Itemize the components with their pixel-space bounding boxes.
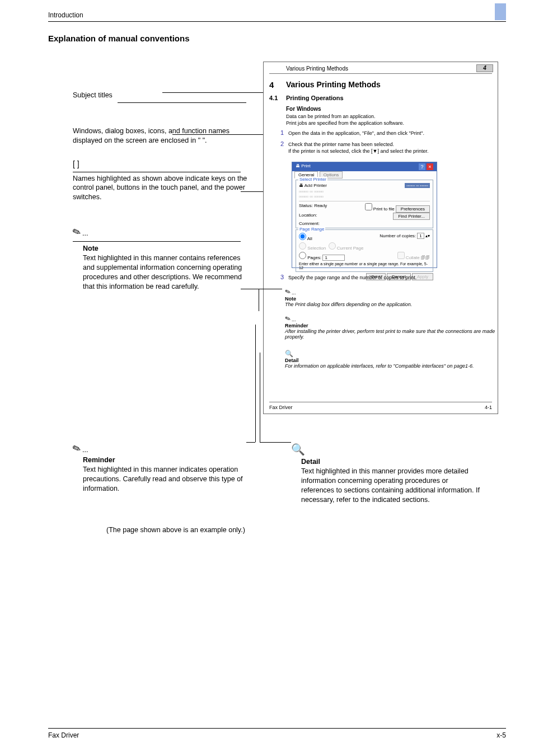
step2-text: Check that the printer name has been sel… — [288, 142, 394, 147]
rule — [269, 73, 492, 74]
header-chapter: Introduction — [48, 11, 83, 19]
leader — [260, 442, 291, 443]
printer-placeholder: ▫▫▫▫▫▫ ▫▫ ▫▫▫▫▫▫ — [299, 189, 430, 194]
printer-placeholder: ▫▫▫▫▫▫ ▫▫ ▫▫▫▫▫▫ — [299, 194, 430, 199]
leader — [172, 134, 263, 135]
radio-all[interactable] — [299, 233, 306, 240]
callout-windows-text: Windows, dialog boxes, icons, and functi… — [73, 126, 252, 145]
leader — [246, 442, 255, 443]
example-note: (The page shown above is an example only… — [106, 526, 245, 534]
step3-text: Specify the page range and the number of… — [288, 275, 416, 280]
section-title: Explanation of manual conventions — [48, 34, 190, 43]
reminder-title: Reminder — [83, 456, 257, 465]
footer-left: Fax Driver — [48, 731, 79, 739]
sec-number: 4.1 — [269, 95, 278, 101]
ncopies-label: Number of copies: — [380, 233, 416, 238]
selection-label: Selection — [307, 246, 326, 251]
ellipsis: ... — [82, 446, 88, 454]
pencil-icon: ✎ — [284, 288, 292, 297]
callout-note: ✎... Note Text highlighted in this manne… — [73, 226, 252, 292]
leader-line — [73, 241, 241, 242]
footer-page: x-5 — [496, 731, 506, 739]
ellipsis: ... — [292, 290, 296, 295]
pencil-icon: ✎ — [71, 224, 83, 240]
print-dialog: 🖶 Print ?× General Options Select Printe… — [292, 162, 437, 268]
radio-current — [329, 242, 336, 250]
callout-windows: Windows, dialog boxes, icons, and functi… — [73, 126, 252, 145]
pages-hint: Enter either a single page number or a s… — [299, 262, 430, 270]
reminder-body: Text highlighted in this manner indicate… — [83, 465, 257, 494]
dialog-title: Print — [301, 163, 310, 168]
step2-text2: If the printer is not selected, click th… — [288, 148, 429, 154]
copies-field[interactable]: 1 — [417, 233, 424, 239]
panel-reminder-title: Reminder — [285, 323, 308, 328]
pages-label: Pages: — [307, 255, 321, 260]
leader — [241, 191, 263, 192]
callout-reminder: ✎... Reminder Text highlighted in this m… — [73, 442, 257, 494]
callout-subject-text: Subject titles — [73, 91, 113, 99]
status-value: Ready — [314, 203, 327, 208]
panel-note: ✎... Note The Print dialog box differs d… — [285, 288, 412, 307]
pencil-icon: ✎ — [284, 314, 292, 324]
ptf-label: Print to file — [373, 206, 395, 212]
step1-num: 1 — [280, 129, 284, 136]
line2: Print jobs are specified from the applic… — [286, 120, 404, 126]
top-rule: Introduction — [48, 11, 506, 22]
all-label: All — [307, 236, 312, 241]
current-label: Current Page — [337, 246, 364, 251]
ellipsis: ... — [292, 317, 296, 322]
callout-detail: 🔍 Detail Text highlighted in this manner… — [291, 442, 481, 504]
page-footer: Fax Driver x-5 — [48, 728, 506, 739]
sample-page: Various Printing Methods 4 4 Various Pri… — [263, 62, 498, 414]
location-label: Location: — [299, 213, 317, 220]
selected-printer[interactable]: ▫▫▫▫▫▫ ▫▫ ▫▫▫▫▫▫ — [405, 183, 430, 188]
panel-reminder: ✎... Reminder After installing the print… — [285, 315, 498, 340]
detail-body: Text highlighted in this manner provides… — [301, 467, 481, 505]
add-printer[interactable]: Add Printer — [305, 183, 327, 188]
note-body: Text highlighted in this manner contains… — [73, 253, 252, 292]
leader-line — [118, 102, 246, 103]
callout-brackets: [ ] Names highlighted as shown above ind… — [73, 159, 252, 203]
leader — [241, 289, 282, 289]
print-to-file-checkbox[interactable] — [365, 203, 372, 210]
panel-footer-right: 4-1 — [485, 405, 492, 410]
group-label: Select Printer — [298, 177, 327, 182]
printer-glyph-icon: 🖶 — [296, 163, 300, 168]
sample-header: Various Printing Methods — [286, 65, 348, 72]
leader-line — [73, 172, 241, 172]
left-callouts: Subject titles Windows, dialog boxes, ic… — [73, 62, 252, 305]
group-select-printer: Select Printer 🖶 Add Printer ▫▫▫▫▫▫ ▫▫ ▫… — [296, 180, 433, 228]
step1-text: Open the data in the application, "File"… — [288, 130, 424, 136]
comment-label: Comment: — [299, 221, 320, 226]
chap-number: 4 — [269, 80, 274, 90]
dialog-titlebar: 🖶 Print ?× — [292, 162, 437, 171]
step2-num: 2 — [280, 140, 284, 147]
help-icon[interactable]: ? — [419, 163, 425, 170]
collate-checkbox — [397, 252, 405, 259]
collate-label: Collate — [406, 255, 420, 260]
find-printer-button[interactable]: Find Printer... — [393, 213, 430, 220]
preferences-button[interactable]: Preferences — [396, 205, 430, 213]
panel-note-body: The Print dialog box differs depending o… — [285, 302, 412, 307]
chap-title: Various Printing Methods — [286, 80, 381, 89]
status-label: Status: — [299, 203, 313, 208]
pages-field[interactable]: 1 — [322, 255, 345, 261]
leader — [260, 353, 260, 442]
note-title: Note — [73, 244, 252, 253]
panel-detail: 🔍 Detail For information on applicable i… — [285, 350, 474, 369]
sub-title: For Windows — [286, 106, 321, 112]
leader — [255, 325, 256, 442]
line1: Data can be printed from an application. — [286, 114, 376, 119]
panel-detail-body: For information on applicable interfaces… — [285, 363, 474, 369]
radio-selection — [299, 242, 306, 250]
sample-badge: 4 — [476, 64, 493, 72]
group-label: Page Range — [298, 227, 325, 232]
magnify-icon: 🔍 — [285, 350, 293, 358]
rule — [269, 402, 492, 402]
close-icon[interactable]: × — [427, 163, 433, 170]
callout-brackets-body: Names highlighted as shown above indicat… — [73, 174, 252, 203]
detail-title: Detail — [301, 457, 481, 467]
step3-num: 3 — [280, 274, 284, 280]
radio-pages[interactable] — [299, 252, 306, 259]
panel-footer-left: Fax Driver — [269, 405, 293, 410]
